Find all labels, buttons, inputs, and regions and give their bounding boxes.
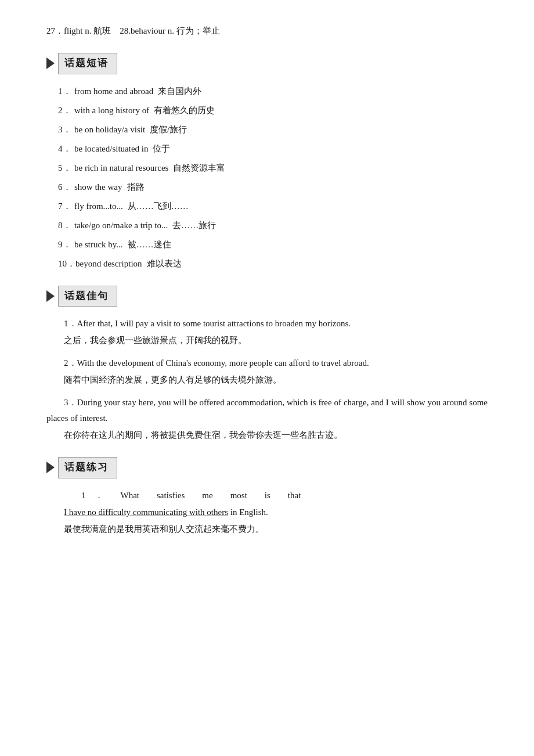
section2-header: 话题佳句 xyxy=(46,286,488,307)
phrase-en: be rich in natural resources xyxy=(74,163,168,172)
phrase-cn: 从……飞到…… xyxy=(128,201,189,211)
phrase-item-5: 5．be rich in natural resources自然资源丰富 xyxy=(58,160,488,176)
vocab-text: 27．flight n. 航班 28.behaviour n. 行为；举止 xyxy=(46,26,220,35)
sentence-en-3: 3．During your stay here, you will be off… xyxy=(46,395,488,426)
phrase-item-1: 1．from home and abroad来自国内外 xyxy=(58,84,488,99)
exercise-block: 1 ． What satisfies me most is that I hav… xyxy=(46,488,488,537)
section1-title: 话题短语 xyxy=(58,53,117,74)
phrase-item-7: 7．fly from...to...从……飞到…… xyxy=(58,199,488,214)
section3-title: 话题练习 xyxy=(58,457,117,478)
sentence-cn-1: 之后，我会参观一些旅游景点，开阔我的视野。 xyxy=(46,333,488,348)
phrase-en: be located/situated in xyxy=(74,144,148,153)
section1-header: 话题短语 xyxy=(46,53,488,74)
sentence-cn-3: 在你待在这儿的期间，将被提供免费住宿，我会带你去逛一些名胜古迹。 xyxy=(46,427,488,443)
sentence-num: 1． xyxy=(64,319,77,328)
phrase-num: 6． xyxy=(58,179,74,195)
phrase-cn: 被……迷住 xyxy=(128,240,171,249)
section2-title: 话题佳句 xyxy=(58,286,117,307)
exercise-en-line1: 1 ． What satisfies me most is that xyxy=(46,488,488,503)
phrase-cn: 难以表达 xyxy=(147,259,182,268)
phrase-num: 5． xyxy=(58,160,74,176)
sentence-num: 3． xyxy=(64,398,77,407)
exercise-en-line2: I have no difficulty communicating with … xyxy=(46,505,488,520)
phrase-cn: 度假/旅行 xyxy=(150,125,187,134)
sentence-block-3: 3．During your stay here, you will be off… xyxy=(46,395,488,443)
exercise-num: 1 ． What satisfies me most is that xyxy=(64,491,301,500)
phrase-item-3: 3．be on holiday/a visit度假/旅行 xyxy=(58,122,488,138)
sentence-en-2: 2．With the development of China's econom… xyxy=(46,355,488,371)
phrase-num: 1． xyxy=(58,84,74,99)
top-vocab-line: 27．flight n. 航班 28.behaviour n. 行为；举止 xyxy=(46,23,488,39)
section3-header: 话题练习 xyxy=(46,457,488,478)
phrase-cn: 位于 xyxy=(153,144,170,153)
phrase-num: 7． xyxy=(58,199,74,214)
sentences-container: 1．After that, I will pay a visit to some… xyxy=(46,316,488,443)
sentence-en-1: 1．After that, I will pay a visit to some… xyxy=(46,316,488,332)
section3-arrow-icon xyxy=(46,462,55,473)
phrase-item-6: 6．show the way指路 xyxy=(58,179,488,195)
phrase-cn: 有着悠久的历史 xyxy=(154,106,215,115)
phrase-num: 8． xyxy=(58,218,74,233)
phrase-en: be on holiday/a visit xyxy=(74,125,145,134)
phrase-en: show the way xyxy=(74,182,122,192)
phrase-en: with a long history of xyxy=(74,106,149,115)
exercise-rest: in English. xyxy=(230,507,268,517)
sentence-cn-2: 随着中国经济的发展，更多的人有足够的钱去境外旅游。 xyxy=(46,372,488,388)
phrase-cn: 指路 xyxy=(127,182,145,192)
phrase-cn: 去……旅行 xyxy=(172,221,216,230)
phrase-num: 9． xyxy=(58,237,74,253)
phrase-en: from home and abroad xyxy=(74,87,153,96)
phrase-item-4: 4．be located/situated in位于 xyxy=(58,141,488,157)
exercise-cn: 最使我满意的是我用英语和别人交流起来毫不费力。 xyxy=(46,521,488,537)
phrase-en: fly from...to... xyxy=(74,201,123,211)
phrase-en: beyond description xyxy=(75,259,142,268)
phrase-en: take/go on/make a trip to... xyxy=(74,221,168,230)
phrase-en: be struck by... xyxy=(74,240,123,249)
phrase-item-10: 10．beyond description难以表达 xyxy=(58,256,488,272)
section2-arrow-icon xyxy=(46,290,55,302)
phrase-item-9: 9．be struck by...被……迷住 xyxy=(58,237,488,253)
phrase-num: 4． xyxy=(58,141,74,157)
phrase-item-8: 8．take/go on/make a trip to...去……旅行 xyxy=(58,218,488,233)
phrase-num: 2． xyxy=(58,103,74,118)
phrase-item-2: 2．with a long history of有着悠久的历史 xyxy=(58,103,488,118)
section1-arrow-icon xyxy=(46,57,55,69)
sentence-block-2: 2．With the development of China's econom… xyxy=(46,355,488,388)
phrase-num: 10． xyxy=(58,256,75,272)
phrase-cn: 来自国内外 xyxy=(158,87,201,96)
phrase-cn: 自然资源丰富 xyxy=(173,163,225,172)
exercise-underline-text: I have no difficulty communicating with … xyxy=(64,507,228,517)
phrase-num: 3． xyxy=(58,122,74,138)
sentence-num: 2． xyxy=(64,358,77,368)
phrase-list: 1．from home and abroad来自国内外2．with a long… xyxy=(58,84,488,272)
sentence-block-1: 1．After that, I will pay a visit to some… xyxy=(46,316,488,348)
